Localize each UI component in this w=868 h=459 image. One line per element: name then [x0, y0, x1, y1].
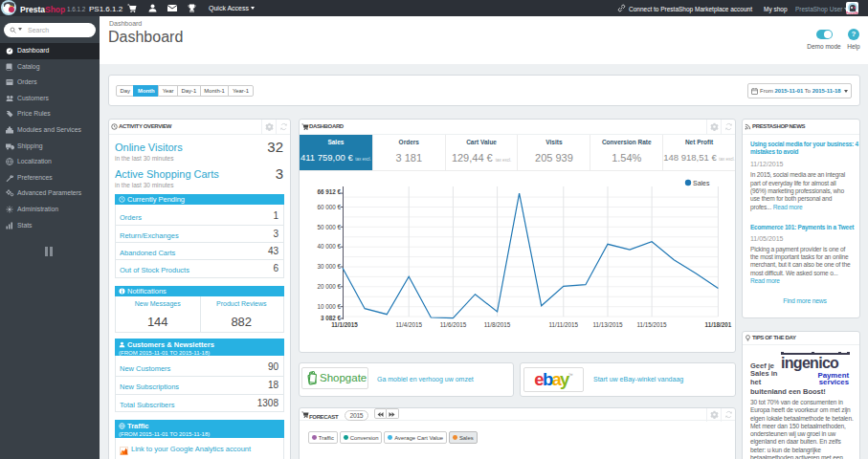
svg-text:11/1/2015: 11/1/2015	[331, 321, 358, 328]
svg-text:11/15/2015: 11/15/2015	[637, 321, 668, 328]
svg-text:40 000 €: 40 000 €	[317, 243, 341, 250]
svg-text:11/6/2015: 11/6/2015	[440, 321, 467, 328]
svg-text:11/8/2015: 11/8/2015	[484, 321, 511, 328]
svg-text:66 912 €: 66 912 €	[317, 188, 341, 195]
svg-text:Sales: Sales	[693, 180, 710, 186]
svg-text:60 000 €: 60 000 €	[317, 204, 341, 210]
svg-text:50 000 €: 50 000 €	[317, 224, 341, 230]
svg-text:11/13/2015: 11/13/2015	[592, 321, 623, 328]
svg-text:10 000 €: 10 000 €	[317, 303, 341, 310]
svg-text:11/4/2015: 11/4/2015	[395, 321, 422, 328]
svg-text:3 082 €: 3 082 €	[321, 315, 342, 321]
svg-text:20 000 €: 20 000 €	[317, 283, 341, 290]
svg-text:30 000 €: 30 000 €	[317, 263, 341, 270]
svg-text:11/11/2015: 11/11/2015	[549, 321, 579, 328]
svg-text:11/18/201: 11/18/201	[705, 321, 732, 328]
